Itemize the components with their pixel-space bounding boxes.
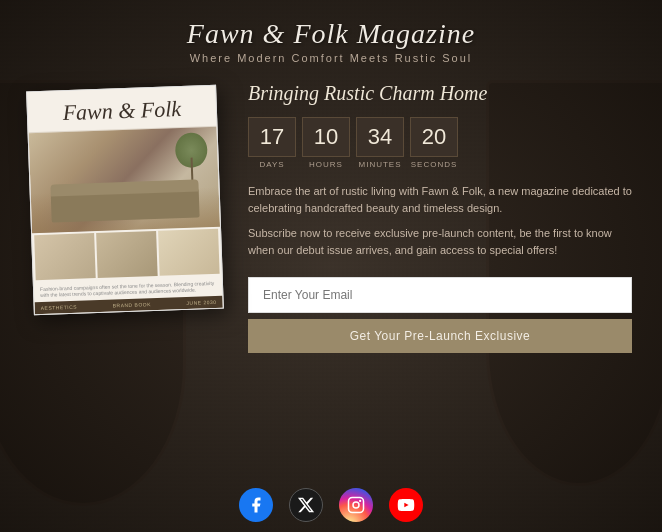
svg-rect-0	[349, 498, 364, 513]
facebook-icon[interactable]	[239, 488, 273, 522]
content-wrapper: Fawn & Folk Magazine Where Modern Comfor…	[0, 0, 662, 532]
magazine-footer-text: Fashion-brand campaigns often set the to…	[40, 280, 216, 298]
magazine-title: Fawn & Folk	[38, 96, 207, 126]
magazine-tag2: BRAND BOOK	[113, 301, 152, 308]
seconds-label: SECONDS	[411, 160, 458, 169]
magazine-tag1: AESTHETICS	[41, 304, 78, 311]
magazine-cover: Fawn & Folk Fashion-brand campaigns ofte…	[26, 85, 224, 316]
countdown-days: 17 DAYS	[248, 117, 296, 169]
email-input[interactable]	[248, 277, 632, 313]
magazine-header: Fawn & Folk	[27, 86, 216, 134]
days-label: DAYS	[259, 160, 284, 169]
hours-value: 10	[302, 117, 350, 157]
right-panel: Bringing Rustic Charm Home 17 DAYS 10 HO…	[248, 78, 632, 353]
countdown: 17 DAYS 10 HOURS 34 MINUTES 20 SECONDS	[248, 117, 632, 169]
magazine-thumbnails	[32, 227, 222, 283]
magazine-thumb-1	[34, 233, 96, 280]
days-value: 17	[248, 117, 296, 157]
seconds-value: 20	[410, 117, 458, 157]
description-1: Embrace the art of rustic living with Fa…	[248, 183, 632, 217]
countdown-minutes: 34 MINUTES	[356, 117, 404, 169]
description-2: Subscribe now to receive exclusive pre-l…	[248, 225, 632, 259]
panel-heading: Bringing Rustic Charm Home	[248, 82, 632, 105]
magazine-main-image	[29, 127, 220, 234]
svg-point-2	[359, 500, 361, 502]
subscribe-button[interactable]: Get Your Pre-Launch Exclusive	[248, 319, 632, 353]
main-content: Fawn & Folk Fashion-brand campaigns ofte…	[0, 68, 662, 476]
countdown-seconds: 20 SECONDS	[410, 117, 458, 169]
youtube-icon[interactable]	[389, 488, 423, 522]
magazine-thumb-3	[158, 229, 220, 276]
svg-point-1	[353, 502, 359, 508]
countdown-hours: 10 HOURS	[302, 117, 350, 169]
minutes-value: 34	[356, 117, 404, 157]
site-title: Fawn & Folk Magazine	[187, 18, 475, 50]
sofa-decoration	[51, 188, 200, 223]
twitter-x-icon[interactable]	[289, 488, 323, 522]
description: Embrace the art of rustic living with Fa…	[248, 183, 632, 267]
instagram-icon[interactable]	[339, 488, 373, 522]
social-bar	[239, 476, 423, 532]
magazine-thumb-2	[96, 231, 158, 278]
magazine-tag3: JUNE 2030	[186, 299, 216, 306]
tree-decoration	[185, 133, 199, 183]
header: Fawn & Folk Magazine Where Modern Comfor…	[187, 0, 475, 68]
hours-label: HOURS	[309, 160, 343, 169]
site-subtitle: Where Modern Comfort Meets Rustic Soul	[187, 52, 475, 64]
minutes-label: MINUTES	[359, 160, 402, 169]
